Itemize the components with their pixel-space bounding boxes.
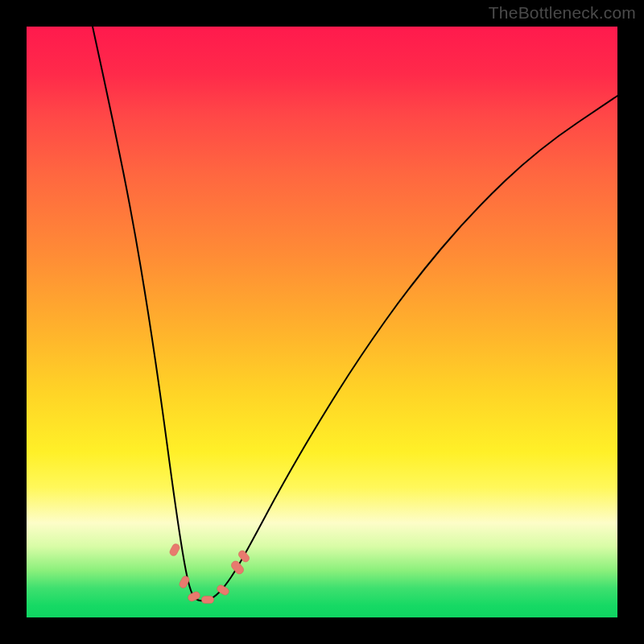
plot-area bbox=[27, 27, 617, 617]
curve-marker bbox=[178, 575, 190, 589]
curve-marker bbox=[168, 543, 180, 557]
curve-marker bbox=[201, 596, 213, 603]
curve-svg bbox=[27, 27, 617, 617]
watermark-text: TheBottleneck.com bbox=[489, 3, 636, 23]
curve-marker bbox=[229, 559, 245, 576]
curve-marker bbox=[237, 549, 251, 564]
bottleneck-curve bbox=[93, 27, 617, 601]
valley-markers bbox=[168, 543, 250, 603]
